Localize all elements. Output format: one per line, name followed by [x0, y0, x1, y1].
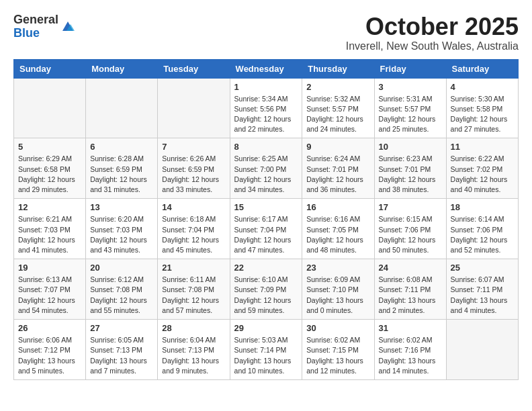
calendar-cell: 12Sunrise: 6:21 AM Sunset: 7:03 PM Dayli…: [14, 199, 86, 259]
calendar-cell: 20Sunrise: 6:12 AM Sunset: 7:08 PM Dayli…: [86, 259, 158, 320]
calendar-cell: 17Sunrise: 6:15 AM Sunset: 7:06 PM Dayli…: [374, 199, 446, 259]
calendar-cell: 21Sunrise: 6:11 AM Sunset: 7:08 PM Dayli…: [158, 259, 230, 320]
day-number: 11: [451, 142, 514, 152]
day-number: 15: [234, 202, 298, 212]
day-info: Sunrise: 6:23 AM Sunset: 7:01 PM Dayligh…: [379, 154, 442, 195]
weekday-header: Monday: [86, 59, 158, 78]
calendar-cell: [446, 320, 518, 380]
calendar-week-row: 1Sunrise: 5:34 AM Sunset: 5:56 PM Daylig…: [14, 78, 519, 138]
calendar-cell: 5Sunrise: 6:29 AM Sunset: 6:58 PM Daylig…: [14, 138, 86, 199]
day-number: 23: [306, 263, 369, 273]
calendar-cell: 22Sunrise: 6:10 AM Sunset: 7:09 PM Dayli…: [230, 259, 302, 320]
day-number: 26: [18, 323, 81, 333]
day-info: Sunrise: 6:05 AM Sunset: 7:13 PM Dayligh…: [90, 335, 153, 376]
day-number: 14: [162, 202, 225, 212]
title-block: October 2025 Inverell, New South Wales, …: [346, 13, 519, 52]
day-info: Sunrise: 6:08 AM Sunset: 7:11 PM Dayligh…: [379, 275, 442, 316]
weekday-header-row: SundayMondayTuesdayWednesdayThursdayFrid…: [14, 59, 519, 78]
logo-general: General: [13, 13, 58, 27]
day-info: Sunrise: 6:18 AM Sunset: 7:04 PM Dayligh…: [162, 214, 225, 255]
weekday-header: Saturday: [446, 59, 518, 78]
logo-blue: Blue: [13, 27, 58, 40]
month-title: October 2025: [346, 13, 519, 40]
day-number: 10: [379, 142, 442, 152]
day-info: Sunrise: 6:21 AM Sunset: 7:03 PM Dayligh…: [18, 214, 81, 255]
calendar-cell: 27Sunrise: 6:05 AM Sunset: 7:13 PM Dayli…: [86, 320, 158, 380]
calendar-cell: 7Sunrise: 6:26 AM Sunset: 6:59 PM Daylig…: [158, 138, 230, 199]
day-number: 1: [234, 82, 298, 92]
day-number: 29: [234, 323, 298, 333]
calendar-cell: 14Sunrise: 6:18 AM Sunset: 7:04 PM Dayli…: [158, 199, 230, 259]
day-number: 9: [306, 142, 369, 152]
logo-icon: [60, 19, 76, 35]
day-number: 30: [306, 323, 369, 333]
day-number: 5: [18, 142, 81, 152]
day-number: 16: [306, 202, 369, 212]
calendar-cell: 31Sunrise: 6:02 AM Sunset: 7:16 PM Dayli…: [374, 320, 446, 380]
calendar-cell: 6Sunrise: 6:28 AM Sunset: 6:59 PM Daylig…: [86, 138, 158, 199]
weekday-header: Friday: [374, 59, 446, 78]
weekday-header: Thursday: [302, 59, 374, 78]
day-info: Sunrise: 6:26 AM Sunset: 6:59 PM Dayligh…: [162, 154, 225, 195]
day-info: Sunrise: 6:13 AM Sunset: 7:07 PM Dayligh…: [18, 275, 81, 316]
calendar-cell: 15Sunrise: 6:17 AM Sunset: 7:04 PM Dayli…: [230, 199, 302, 259]
calendar-cell: 18Sunrise: 6:14 AM Sunset: 7:06 PM Dayli…: [446, 199, 518, 259]
calendar-cell: 8Sunrise: 6:25 AM Sunset: 7:00 PM Daylig…: [230, 138, 302, 199]
day-number: 31: [379, 323, 442, 333]
day-number: 19: [18, 263, 81, 273]
calendar-cell: [14, 78, 86, 138]
calendar-cell: 3Sunrise: 5:31 AM Sunset: 5:57 PM Daylig…: [374, 78, 446, 138]
day-info: Sunrise: 6:04 AM Sunset: 7:13 PM Dayligh…: [162, 335, 225, 376]
day-number: 3: [379, 82, 442, 92]
calendar-week-row: 19Sunrise: 6:13 AM Sunset: 7:07 PM Dayli…: [14, 259, 519, 320]
day-number: 18: [451, 202, 514, 212]
calendar-cell: 11Sunrise: 6:22 AM Sunset: 7:02 PM Dayli…: [446, 138, 518, 199]
day-info: Sunrise: 6:12 AM Sunset: 7:08 PM Dayligh…: [90, 275, 153, 316]
day-number: 4: [451, 82, 514, 92]
calendar-cell: 28Sunrise: 6:04 AM Sunset: 7:13 PM Dayli…: [158, 320, 230, 380]
day-number: 8: [234, 142, 298, 152]
day-info: Sunrise: 6:25 AM Sunset: 7:00 PM Dayligh…: [234, 154, 298, 195]
day-info: Sunrise: 6:09 AM Sunset: 7:10 PM Dayligh…: [306, 275, 369, 316]
calendar-cell: 29Sunrise: 5:03 AM Sunset: 7:14 PM Dayli…: [230, 320, 302, 380]
day-number: 12: [18, 202, 81, 212]
day-info: Sunrise: 6:17 AM Sunset: 7:04 PM Dayligh…: [234, 214, 298, 255]
calendar-cell: 13Sunrise: 6:20 AM Sunset: 7:03 PM Dayli…: [86, 199, 158, 259]
calendar-week-row: 26Sunrise: 6:06 AM Sunset: 7:12 PM Dayli…: [14, 320, 519, 380]
day-info: Sunrise: 5:34 AM Sunset: 5:56 PM Dayligh…: [234, 94, 298, 135]
day-info: Sunrise: 5:32 AM Sunset: 5:57 PM Dayligh…: [306, 94, 369, 135]
day-number: 22: [234, 263, 298, 273]
day-number: 7: [162, 142, 225, 152]
day-number: 21: [162, 263, 225, 273]
day-info: Sunrise: 6:14 AM Sunset: 7:06 PM Dayligh…: [451, 214, 514, 255]
day-number: 13: [90, 202, 153, 212]
day-number: 2: [306, 82, 369, 92]
day-number: 6: [90, 142, 153, 152]
calendar-week-row: 12Sunrise: 6:21 AM Sunset: 7:03 PM Dayli…: [14, 199, 519, 259]
calendar-week-row: 5Sunrise: 6:29 AM Sunset: 6:58 PM Daylig…: [14, 138, 519, 199]
calendar-cell: 26Sunrise: 6:06 AM Sunset: 7:12 PM Dayli…: [14, 320, 86, 380]
calendar-table: SundayMondayTuesdayWednesdayThursdayFrid…: [13, 59, 519, 380]
day-info: Sunrise: 6:15 AM Sunset: 7:06 PM Dayligh…: [379, 214, 442, 255]
calendar-cell: 24Sunrise: 6:08 AM Sunset: 7:11 PM Dayli…: [374, 259, 446, 320]
day-info: Sunrise: 6:06 AM Sunset: 7:12 PM Dayligh…: [18, 335, 81, 376]
calendar-cell: [158, 78, 230, 138]
weekday-header: Sunday: [14, 59, 86, 78]
calendar-cell: 16Sunrise: 6:16 AM Sunset: 7:05 PM Dayli…: [302, 199, 374, 259]
day-info: Sunrise: 6:02 AM Sunset: 7:15 PM Dayligh…: [306, 335, 369, 376]
day-number: 20: [90, 263, 153, 273]
day-number: 17: [379, 202, 442, 212]
day-info: Sunrise: 6:10 AM Sunset: 7:09 PM Dayligh…: [234, 275, 298, 316]
calendar-cell: 4Sunrise: 5:30 AM Sunset: 5:58 PM Daylig…: [446, 78, 518, 138]
calendar-cell: 2Sunrise: 5:32 AM Sunset: 5:57 PM Daylig…: [302, 78, 374, 138]
day-number: 28: [162, 323, 225, 333]
day-info: Sunrise: 6:11 AM Sunset: 7:08 PM Dayligh…: [162, 275, 225, 316]
day-info: Sunrise: 6:24 AM Sunset: 7:01 PM Dayligh…: [306, 154, 369, 195]
day-info: Sunrise: 6:07 AM Sunset: 7:11 PM Dayligh…: [451, 275, 514, 316]
calendar-cell: 30Sunrise: 6:02 AM Sunset: 7:15 PM Dayli…: [302, 320, 374, 380]
day-info: Sunrise: 5:31 AM Sunset: 5:57 PM Dayligh…: [379, 94, 442, 135]
day-info: Sunrise: 6:16 AM Sunset: 7:05 PM Dayligh…: [306, 214, 369, 255]
logo: General Blue: [13, 13, 76, 40]
day-number: 24: [379, 263, 442, 273]
calendar-cell: 19Sunrise: 6:13 AM Sunset: 7:07 PM Dayli…: [14, 259, 86, 320]
